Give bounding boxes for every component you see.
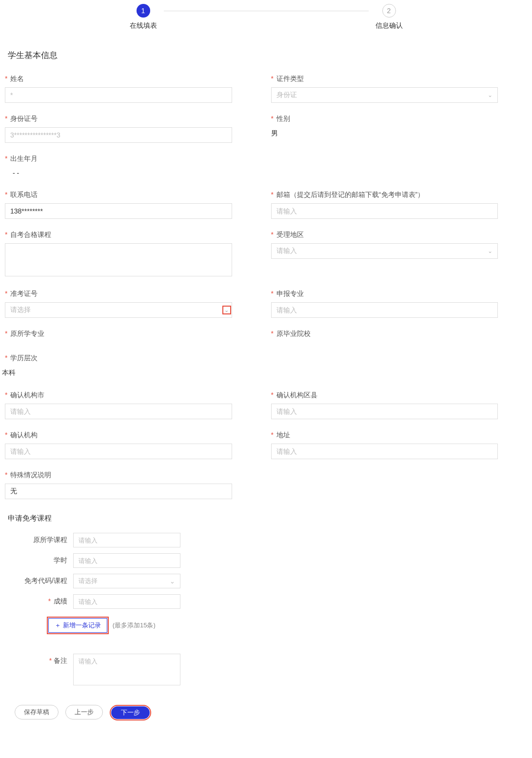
step-1: 1 在线填表 <box>130 4 157 30</box>
label-email: 邮箱（提交后请到登记的邮箱下载“免考申请表”） <box>271 191 498 199</box>
label-score: 成绩 <box>8 597 73 606</box>
course-section: 申请免考课程 原所学课程 学时 免考代码/课程 请选择 ⌄ 成绩 ＋ 新增一条记… <box>5 514 527 685</box>
label-idnum: 身份证号 <box>5 115 232 123</box>
input-name[interactable] <box>5 87 232 103</box>
select-exemptcode[interactable]: 请选择 ⌄ <box>73 574 180 588</box>
course-section-title: 申请免考课程 <box>8 514 527 523</box>
highlight-add-record: ＋ 新增一条记录 <box>47 617 109 634</box>
select-region-placeholder: 请输入 <box>276 247 297 255</box>
input-phone[interactable] <box>5 203 232 219</box>
step-2-label: 信息确认 <box>375 21 403 30</box>
save-draft-button[interactable]: 保存草稿 <box>15 705 59 719</box>
label-confirmcity: 确认机构市 <box>5 391 232 400</box>
value-birth: - - <box>5 167 232 179</box>
input-confirmcity[interactable] <box>5 404 232 419</box>
input-idnum[interactable] <box>5 127 232 143</box>
input-major[interactable] <box>271 302 498 318</box>
chevron-down-icon: ⌄ <box>170 578 175 585</box>
step-1-circle: 1 <box>137 4 150 18</box>
label-confirmorg: 确认机构 <box>5 431 232 440</box>
label-remark: 备注 <box>8 654 73 685</box>
label-address: 地址 <box>271 431 498 440</box>
label-region: 受理地区 <box>271 231 498 239</box>
select-idtype[interactable]: 身份证 ⌄ <box>271 87 498 103</box>
label-birth: 出生年月 <box>5 155 232 163</box>
label-hours: 学时 <box>8 556 73 565</box>
select-examid[interactable]: 请选择 <box>5 302 232 318</box>
label-confirmdistrict: 确认机构区县 <box>271 391 498 400</box>
label-gender: 性别 <box>271 115 498 123</box>
add-record-button[interactable]: ＋ 新增一条记录 <box>48 618 107 633</box>
steps-indicator: 1 在线填表 2 信息确认 <box>0 0 532 40</box>
highlight-examid-chevron: ⌄ <box>222 306 231 314</box>
select-region[interactable]: 请输入 ⌄ <box>271 243 498 259</box>
label-origmajor: 原所学专业 <box>5 330 232 338</box>
select-idtype-value: 身份证 <box>276 91 297 99</box>
label-edulevel: 学历层次 <box>5 354 232 363</box>
step-2-circle: 2 <box>382 4 396 18</box>
label-origcourse: 原所学课程 <box>8 536 73 544</box>
chevron-down-icon: ⌄ <box>488 92 493 98</box>
step-1-label: 在线填表 <box>130 21 157 30</box>
input-score[interactable] <box>73 594 180 609</box>
next-step-button[interactable]: 下一步 <box>111 706 150 719</box>
input-confirmorg[interactable] <box>5 444 232 459</box>
value-edulevel: 本科 <box>2 367 232 379</box>
add-record-hint: (最多添加15条) <box>113 621 156 630</box>
prev-step-button[interactable]: 上一步 <box>65 705 103 719</box>
step-connector <box>164 11 369 11</box>
textarea-remark[interactable] <box>73 654 180 685</box>
input-address[interactable] <box>271 444 498 459</box>
label-special: 特殊情况说明 <box>5 471 232 480</box>
select-examid-placeholder: 请选择 <box>10 306 31 314</box>
add-record-label: ＋ 新增一条记录 <box>55 621 101 630</box>
button-row: 保存草稿 上一步 下一步 <box>5 705 527 735</box>
input-special[interactable] <box>5 484 232 499</box>
input-origcourse[interactable] <box>73 533 180 547</box>
textarea-selfcourse[interactable] <box>5 243 232 276</box>
highlight-next-button: 下一步 <box>110 705 151 720</box>
select-exemptcode-placeholder: 请选择 <box>79 577 98 585</box>
label-origschool: 原毕业院校 <box>271 330 498 338</box>
value-gender: 男 <box>271 127 498 140</box>
input-hours[interactable] <box>73 553 180 568</box>
label-phone: 联系电话 <box>5 191 232 199</box>
label-idtype: 证件类型 <box>271 75 498 83</box>
step-2: 2 信息确认 <box>375 4 403 30</box>
label-major: 申报专业 <box>271 290 498 298</box>
label-exemptcode: 免考代码/课程 <box>8 577 73 585</box>
input-email[interactable] <box>271 203 498 219</box>
label-examid: 准考证号 <box>5 290 232 298</box>
label-name: 姓名 <box>5 75 232 83</box>
chevron-down-icon: ⌄ <box>488 248 493 254</box>
section-title: 学生基本信息 <box>8 50 527 61</box>
label-selfcourse: 自考合格课程 <box>5 231 232 239</box>
form-container: 学生基本信息 姓名 证件类型 身份证 ⌄ 身份证号 性别 男 出生年月 - <box>0 40 532 745</box>
input-confirmdistrict[interactable] <box>271 404 498 419</box>
